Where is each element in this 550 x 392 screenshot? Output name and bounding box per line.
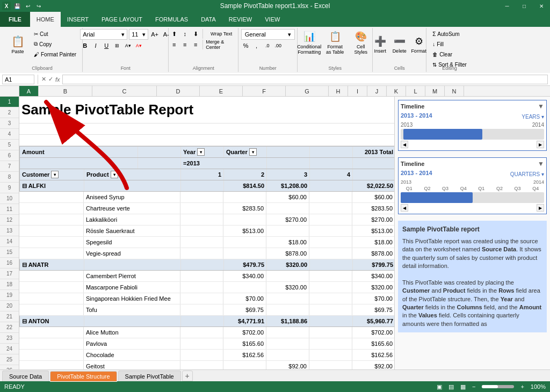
product-filter-button[interactable]: ▾ — [111, 171, 118, 178]
col-header-a[interactable]: A — [19, 86, 39, 96]
align-bottom-button[interactable]: ⬇ — [191, 29, 200, 39]
alfki-customer[interactable]: ⊟ ALFKI — [20, 180, 84, 191]
col-header-c[interactable]: C — [92, 86, 157, 96]
fill-button[interactable]: ↓ Fill — [430, 39, 469, 49]
format-painter-button[interactable]: 🖌 Format Painter — [31, 49, 79, 59]
row-num-16[interactable]: 16 — [0, 258, 19, 268]
col-header-e[interactable]: E — [200, 86, 243, 96]
tab-source-data[interactable]: Source Data — [2, 371, 49, 381]
col-header-d[interactable]: D — [157, 86, 200, 96]
row-num-18[interactable]: 18 — [0, 279, 19, 290]
formula-input[interactable] — [62, 75, 548, 84]
row-num-4[interactable]: 4 — [0, 129, 19, 140]
col-header-k[interactable]: K — [387, 86, 406, 96]
autosum-button[interactable]: Σ AutoSum — [430, 29, 469, 39]
zoom-out-icon[interactable]: − — [472, 383, 475, 390]
customer-filter-button[interactable]: ▾ — [51, 171, 59, 178]
row-num-6[interactable]: 6 — [0, 150, 19, 161]
font-name-select[interactable]: Arial ▾ — [80, 29, 127, 40]
format-button[interactable]: ⚙ Format — [410, 29, 428, 60]
col-header-m[interactable]: M — [425, 86, 445, 96]
row-num-19[interactable]: 19 — [0, 290, 19, 301]
anton-customer[interactable]: ⊟ ANTON — [20, 316, 84, 326]
row-num-21[interactable]: 21 — [0, 311, 19, 322]
row-num-5[interactable]: 5 — [0, 140, 19, 150]
tab-sample-pivot[interactable]: Sample PivotTable — [118, 371, 181, 381]
timeline-quarters-scroll-right[interactable]: ▶ — [537, 204, 544, 212]
pivot-scroll[interactable]: 1 2 3 4 5 6 7 8 9 10 11 — [0, 97, 394, 369]
timeline-years-scroll-right[interactable]: ▶ — [537, 141, 544, 148]
timeline-quarters-scroll-left[interactable]: ◀ — [401, 204, 408, 212]
undo-qat-button[interactable]: ↩ — [24, 2, 32, 10]
row-num-15[interactable]: 15 — [0, 247, 19, 258]
cut-button[interactable]: ✂ Cut — [31, 29, 79, 39]
underline-button[interactable]: U — [102, 41, 111, 50]
tab-page-layout[interactable]: PAGE LAYOUT — [95, 12, 149, 27]
cancel-formula-icon[interactable]: ✕ — [41, 76, 46, 83]
fill-color-button[interactable]: A▾ — [123, 41, 133, 50]
zoom-in-icon[interactable]: + — [520, 383, 524, 390]
decrease-decimal-button[interactable]: .00 — [273, 41, 283, 50]
bold-button[interactable]: B — [80, 41, 90, 50]
align-center-button[interactable]: ≡ — [180, 40, 190, 49]
merge-center-button[interactable]: Merge & Center — [205, 40, 237, 49]
paste-button[interactable]: 📋 Paste — [5, 29, 30, 60]
tab-data[interactable]: DATA — [194, 12, 222, 27]
confirm-formula-icon[interactable]: ✓ — [48, 76, 53, 83]
timeline-years-unit[interactable]: YEARS ▾ — [522, 114, 544, 120]
row-num-25[interactable]: 25 — [0, 354, 19, 365]
page-break-view-icon[interactable]: ▦ — [460, 383, 466, 390]
insert-function-icon[interactable]: fx — [55, 76, 60, 83]
row-num-14[interactable]: 14 — [0, 236, 19, 247]
row-num-11[interactable]: 11 — [0, 204, 19, 215]
save-qat-button[interactable]: 💾 — [13, 2, 21, 10]
comma-button[interactable]: , — [252, 41, 262, 50]
copy-button[interactable]: ⧉ Copy — [31, 39, 79, 49]
italic-button[interactable]: I — [91, 41, 100, 50]
align-left-button[interactable]: ≡ — [169, 40, 179, 49]
clear-button[interactable]: 🗑 Clear — [430, 49, 469, 59]
tab-formulas[interactable]: FORMULAS — [149, 12, 194, 27]
tab-review[interactable]: REVIEW — [222, 12, 258, 27]
tab-insert[interactable]: INSERT — [61, 12, 95, 27]
timeline-quarters-filter-icon[interactable]: ▼ — [538, 160, 544, 168]
row-num-17[interactable]: 17 — [0, 268, 19, 279]
border-button[interactable]: ⊞ — [112, 41, 122, 50]
cell-reference-box[interactable] — [2, 75, 34, 84]
row-num-3[interactable]: 3 — [0, 118, 19, 129]
col-header-h[interactable]: H — [329, 86, 348, 96]
increase-font-button[interactable]: A+ — [150, 30, 160, 39]
cell-styles-button[interactable]: 🎨 Cell Styles — [349, 29, 373, 59]
col-header-f[interactable]: F — [243, 86, 286, 96]
tab-file[interactable]: FILE — [0, 12, 30, 27]
quarter-filter-button[interactable]: ▾ — [249, 148, 257, 156]
col-header-i[interactable]: I — [348, 86, 367, 96]
row-num-23[interactable]: 23 — [0, 333, 19, 344]
col-header-l[interactable]: L — [406, 86, 425, 96]
row-num-20[interactable]: 20 — [0, 301, 19, 311]
row-num-12[interactable]: 12 — [0, 215, 19, 226]
col-header-g[interactable]: G — [286, 86, 329, 96]
delete-button[interactable]: ➖ Delete — [390, 29, 409, 60]
redo-qat-button[interactable]: ↪ — [34, 2, 43, 10]
row-num-10[interactable]: 10 — [0, 193, 19, 204]
tab-pivot-structure[interactable]: PivotTable Structure — [50, 371, 117, 382]
row-num-8[interactable]: 8 — [0, 172, 19, 183]
timeline-years-scroll-left[interactable]: ◀ — [401, 141, 408, 148]
align-top-button[interactable]: ⬆ — [169, 29, 179, 39]
font-color-button[interactable]: A▾ — [134, 41, 143, 50]
row-num-24[interactable]: 24 — [0, 344, 19, 354]
year-filter-button[interactable]: ▾ — [197, 148, 205, 156]
page-layout-view-icon[interactable]: ▤ — [448, 383, 454, 390]
normal-view-icon[interactable]: ▣ — [437, 383, 442, 390]
insert-button[interactable]: ➕ Insert — [371, 29, 389, 60]
font-size-select[interactable]: 11 ▾ — [129, 29, 148, 40]
col-header-n[interactable]: N — [445, 86, 464, 96]
row-num-2[interactable]: 2 — [0, 107, 19, 118]
anatr-customer[interactable]: ⊟ ANATR — [20, 259, 84, 270]
percent-button[interactable]: % — [241, 41, 251, 50]
col-header-j[interactable]: J — [367, 86, 387, 96]
row-num-13[interactable]: 13 — [0, 226, 19, 236]
sheet-title-cell[interactable]: Sample PivotTable Report — [19, 97, 372, 123]
row-num-22[interactable]: 22 — [0, 322, 19, 333]
